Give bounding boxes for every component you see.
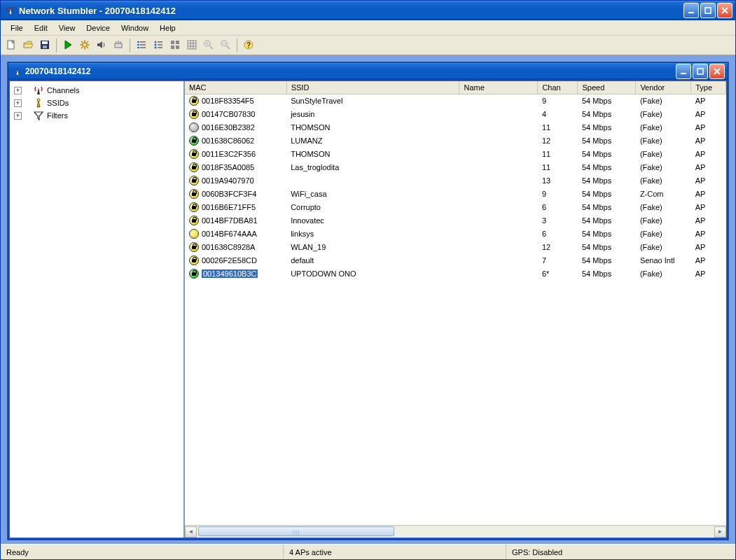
- expand-icon[interactable]: +: [14, 99, 22, 107]
- titlebar[interactable]: Network Stumbler - 20070418142412: [1, 1, 735, 20]
- open-button[interactable]: [20, 38, 36, 53]
- tree-item-filters[interactable]: +Filters: [11, 109, 182, 122]
- new-button[interactable]: [4, 38, 19, 53]
- speed-value: 54 Mbps: [578, 227, 636, 241]
- table-row[interactable]: 001349610B3CUPTODOWN ONO6*54 Mbps(Fake)A…: [185, 267, 726, 281]
- type-value: AP: [691, 201, 726, 214]
- table-scroll[interactable]: MACSSIDNameChanSpeedVendorType 0018F8335…: [185, 81, 726, 525]
- vendor-value: (Fake): [636, 94, 691, 108]
- table-row[interactable]: 0011E3C2F356THOMSON1154 Mbps(Fake)AP: [185, 148, 726, 161]
- settings-button[interactable]: [77, 38, 92, 53]
- svg-rect-19: [158, 47, 162, 48]
- col-type[interactable]: Type: [691, 81, 726, 94]
- lock-icon: [192, 99, 196, 103]
- ssid-value: SunStyleTravel: [286, 94, 459, 108]
- svg-rect-17: [158, 44, 162, 46]
- antenna-icon: [33, 85, 44, 96]
- name-value: [459, 188, 538, 201]
- lock-icon: [192, 113, 196, 116]
- type-value: AP: [691, 108, 726, 121]
- table-row[interactable]: 0018F35A0085Las_troglodita1154 Mbps(Fake…: [185, 161, 726, 174]
- tree-item-ssids[interactable]: +SSIDs: [11, 97, 182, 109]
- menu-window[interactable]: Window: [116, 22, 154, 34]
- svg-rect-22: [171, 46, 174, 49]
- lock-icon: [192, 139, 196, 143]
- lock-icon: [192, 192, 196, 196]
- view3-button[interactable]: [167, 38, 183, 53]
- tree-connector: [25, 109, 33, 122]
- tree-item-channels[interactable]: +Channels: [11, 84, 182, 97]
- table-row[interactable]: 0016B6E71FF5Corrupto654 Mbps(Fake)AP: [185, 201, 726, 214]
- svg-rect-20: [171, 41, 174, 44]
- child-minimize-button[interactable]: [676, 64, 691, 79]
- col-ssid[interactable]: SSID: [286, 81, 459, 94]
- table-row[interactable]: 0016E30B2382THOMSON1154 Mbps(Fake)AP: [185, 121, 726, 134]
- child-maximize-button[interactable]: [693, 64, 708, 79]
- table-row[interactable]: 00026F2E58CDdefault754 MbpsSenao IntlAP: [185, 254, 726, 267]
- mac-value: 0011E3C2F356: [202, 150, 256, 158]
- col-chan[interactable]: Chan: [538, 81, 578, 94]
- menu-help[interactable]: Help: [154, 22, 181, 34]
- table-row[interactable]: 00147CB07830jesusin454 Mbps(Fake)AP: [185, 108, 726, 121]
- type-value: AP: [691, 241, 726, 254]
- save-button[interactable]: [37, 38, 53, 53]
- ssid-value: linksys: [286, 227, 459, 241]
- horizontal-scrollbar[interactable]: ◄ ►: [185, 525, 726, 538]
- type-value: AP: [691, 227, 726, 241]
- col-mac[interactable]: MAC: [185, 81, 286, 94]
- status-aps: 4 APs active: [284, 545, 506, 559]
- menu-view[interactable]: View: [53, 22, 81, 34]
- child-icon: [13, 66, 22, 76]
- help-button[interactable]: ?: [241, 38, 256, 53]
- mac-value: 0014BF674AAA: [202, 230, 257, 238]
- child-close-button[interactable]: [709, 64, 725, 79]
- table-row[interactable]: 0018F83354F5SunStyleTravel954 Mbps(Fake)…: [185, 94, 726, 108]
- vendor-value: (Fake): [636, 161, 691, 174]
- name-value: [459, 148, 538, 161]
- expand-icon[interactable]: +: [14, 112, 22, 120]
- scroll-track[interactable]: [197, 526, 714, 538]
- ssid-value: WLAN_19: [286, 241, 459, 254]
- scroll-left-button[interactable]: ◄: [185, 526, 197, 538]
- gps-button[interactable]: [111, 38, 126, 53]
- close-button[interactable]: [717, 3, 732, 18]
- play-button[interactable]: [60, 38, 76, 53]
- col-speed[interactable]: Speed: [578, 81, 636, 94]
- child-titlebar[interactable]: 20070418142412: [8, 63, 728, 80]
- table-row[interactable]: 0060B3FCF3F4WiFi_casa954 MbpsZ-ComAP: [185, 188, 726, 201]
- svg-rect-10: [137, 44, 139, 46]
- ssid-value: THOMSON: [286, 121, 459, 134]
- view2-button[interactable]: [151, 38, 166, 53]
- sound-button[interactable]: [94, 38, 109, 53]
- maximize-button[interactable]: [700, 3, 716, 18]
- minimize-button[interactable]: [683, 3, 699, 18]
- menu-device[interactable]: Device: [81, 22, 116, 34]
- mac-value: 001638C8928A: [202, 243, 255, 251]
- view1-button[interactable]: [134, 38, 149, 53]
- tree-panel[interactable]: +Channels+SSIDs+Filters: [10, 81, 185, 538]
- table-row[interactable]: 001638C86062LUMANZ1254 Mbps(Fake)AP: [185, 134, 726, 148]
- signal-yellow-icon: [189, 109, 199, 119]
- main-window: Network Stumbler - 20070418142412 FileEd…: [0, 0, 736, 560]
- ssid-value: Corrupto: [286, 201, 459, 214]
- scroll-right-button[interactable]: ►: [714, 526, 726, 538]
- menu-edit[interactable]: Edit: [29, 22, 53, 34]
- menu-file[interactable]: File: [5, 22, 29, 34]
- speed-value: 54 Mbps: [578, 108, 636, 121]
- filter-icon: [33, 110, 44, 121]
- zoom-in-button[interactable]: [201, 38, 216, 53]
- scroll-thumb[interactable]: [198, 526, 394, 536]
- tree-label: Filters: [47, 111, 68, 120]
- col-vendor[interactable]: Vendor: [636, 81, 691, 94]
- table-row[interactable]: 001638C8928AWLAN_191254 Mbps(Fake)AP: [185, 241, 726, 254]
- network-table: MACSSIDNameChanSpeedVendorType 0018F8335…: [185, 81, 726, 281]
- vendor-value: (Fake): [636, 121, 691, 134]
- table-row[interactable]: 0014BF7DBA81Innovatec354 Mbps(Fake)AP: [185, 214, 726, 227]
- zoom-out-button[interactable]: [218, 38, 233, 53]
- col-name[interactable]: Name: [459, 81, 538, 94]
- view4-button[interactable]: [184, 38, 200, 53]
- table-row[interactable]: 0014BF674AAAlinksys654 Mbps(Fake)AP: [185, 227, 726, 241]
- expand-icon[interactable]: +: [14, 87, 22, 94]
- chan-value: 9: [538, 94, 578, 108]
- table-row[interactable]: 0019A94079701354 Mbps(Fake)AP: [185, 174, 726, 188]
